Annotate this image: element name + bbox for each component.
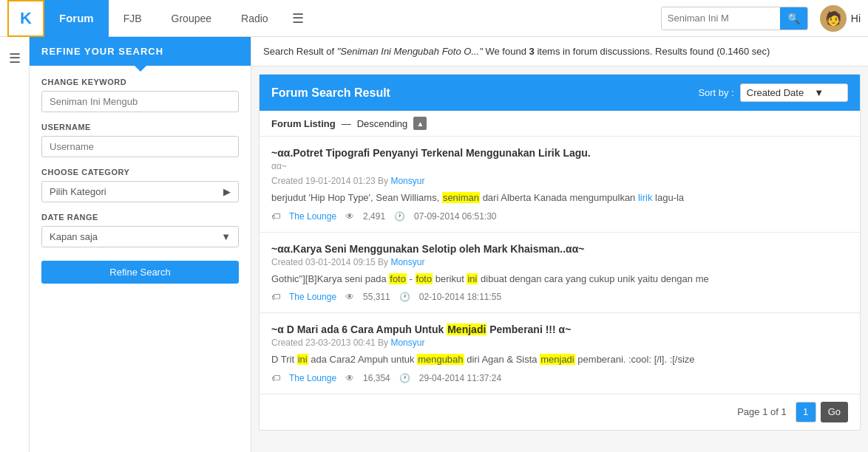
clock-icon: 🕐: [394, 211, 405, 222]
nav-tab-fjb[interactable]: FJB: [109, 0, 157, 37]
keyword-input[interactable]: [41, 91, 239, 112]
listing-label: Forum Listing: [271, 118, 336, 129]
result-author-link[interactable]: Monsyur: [390, 338, 424, 348]
result-created: Created 19-01-2014 01:23 By Monsyur: [271, 176, 848, 186]
result-author-link[interactable]: Monsyur: [390, 257, 424, 267]
result-author-link[interactable]: Monsyur: [390, 176, 424, 186]
search-button[interactable]: 🔍: [780, 7, 807, 30]
username-label: USERNAME: [41, 123, 239, 131]
result-suffix: items in forum discussions. Results foun…: [537, 46, 770, 57]
result-query: "Seniman Ini Mengubah Foto O...": [337, 46, 483, 57]
highlight-ini: ini: [297, 354, 308, 365]
result-created: Created 03-01-2014 09:15 By Monsyur: [271, 257, 848, 267]
result-prefix: Search Result of: [263, 46, 337, 57]
category-select[interactable]: Pilih Kategori ▶: [41, 181, 239, 202]
user-name-label: Hi: [851, 13, 861, 24]
result-tag-link[interactable]: The Lounge: [289, 211, 336, 222]
result-count: 3: [529, 46, 535, 57]
nav-tab-forum[interactable]: Forum: [44, 0, 109, 37]
go-button[interactable]: Go: [821, 402, 848, 422]
result-middle: We found: [485, 46, 529, 57]
listing-header: Forum Listing — Descending ▲: [260, 111, 860, 137]
chevron-down-icon: ▼: [221, 231, 231, 242]
page-info: Page 1 of 1: [737, 406, 787, 417]
sort-chevron-icon: ▼: [814, 87, 824, 98]
highlight-seniman: seniman: [442, 192, 480, 203]
avatar: 🧑: [820, 5, 847, 32]
tag-icon: 🏷: [271, 211, 280, 222]
result-views: 55,311: [363, 292, 390, 302]
logo[interactable]: K: [7, 0, 44, 37]
search-bar: 🔍: [661, 7, 808, 30]
result-date: 07-09-2014 06:51:30: [414, 211, 496, 222]
right-panel: Search Result of "Seniman Ini Mengubah F…: [251, 37, 868, 452]
result-item: ~αα.Karya Seni Menggunakan Selotip oleh …: [260, 233, 860, 314]
result-views: 2,491: [363, 211, 385, 222]
highlight-menjadi2: menjadi: [540, 354, 575, 365]
sort-by-container: Sort by : Created Date ▼: [698, 83, 848, 102]
category-label: CHOOSE CATEGORY: [41, 168, 239, 177]
sort-order-toggle[interactable]: ▲: [413, 117, 427, 130]
listing-order: Descending: [357, 118, 408, 129]
result-meta: 🏷 The Lounge 👁 16,354 🕐 29-04-2014 11:37…: [271, 373, 848, 383]
result-excerpt: Gothic"][B]Karya seni pada foto - foto b…: [271, 272, 848, 287]
result-date: 02-10-2014 18:11:55: [419, 292, 501, 302]
result-title: ~αα.Karya Seni Menggunakan Selotip oleh …: [271, 243, 848, 255]
refine-search-button[interactable]: Refine Search: [41, 261, 239, 284]
clock-icon: 🕐: [399, 292, 410, 302]
main-container: ☰ REFINE YOUR SEARCH CHANGE KEYWORD USER…: [0, 37, 868, 452]
forum-title: Forum Search Result: [271, 86, 390, 100]
result-created: Created 23-03-2013 00:41 By Monsyur: [271, 338, 848, 348]
result-meta: 🏷 The Lounge 👁 2,491 🕐 07-09-2014 06:51:…: [271, 211, 848, 222]
result-subtitle: αα~: [271, 161, 848, 171]
result-excerpt: D Trit ini ada Cara2 Ampuh untuk menguba…: [271, 352, 848, 367]
result-views: 16,354: [363, 373, 390, 383]
date-range-select[interactable]: Kapan saja ▼: [41, 226, 239, 247]
sort-dropdown[interactable]: Created Date ▼: [740, 83, 848, 102]
refine-header[interactable]: REFINE YOUR SEARCH: [30, 37, 251, 66]
result-excerpt: berjudut 'Hip Hop Type', Sean Williams, …: [271, 191, 848, 205]
search-input[interactable]: [662, 13, 780, 24]
highlight-mengubah: mengubah: [417, 354, 464, 365]
result-tag-link[interactable]: The Lounge: [289, 292, 336, 302]
result-meta: 🏷 The Lounge 👁 55,311 🕐 02-10-2014 18:11…: [271, 292, 848, 302]
highlight-menjadi: Menjadi: [447, 323, 486, 335]
menu-icon[interactable]: ☰: [9, 50, 21, 66]
left-panel: REFINE YOUR SEARCH CHANGE KEYWORD USERNA…: [30, 37, 251, 452]
nav-tab-groupee[interactable]: Groupee: [157, 0, 226, 37]
list-icon[interactable]: ☰: [292, 10, 304, 27]
username-input[interactable]: [41, 136, 239, 157]
clock-icon: 🕐: [399, 373, 410, 383]
eye-icon: 👁: [345, 211, 354, 222]
sidebar-toggle[interactable]: ☰: [0, 37, 30, 452]
eye-icon: 👁: [345, 373, 354, 383]
logo-icon: K: [20, 9, 32, 28]
date-range-label: DATE RANGE: [41, 213, 239, 222]
result-item: ~αα.Potret Tipografi Penyanyi Terkenal M…: [260, 137, 860, 233]
sort-label: Sort by :: [698, 87, 733, 98]
tag-icon: 🏷: [271, 292, 280, 302]
top-navigation: K Forum FJB Groupee Radio ☰ 🔍 🧑 Hi: [0, 0, 868, 37]
forum-search-result: Forum Search Result Sort by : Created Da…: [259, 74, 861, 431]
nav-tab-radio[interactable]: Radio: [226, 0, 283, 37]
result-item: ~α D Mari ada 6 Cara Ampuh Untuk Menjadi…: [260, 313, 860, 394]
page-number-button[interactable]: 1: [796, 402, 816, 422]
result-title: ~αα.Potret Tipografi Penyanyi Terkenal M…: [271, 147, 848, 159]
eye-icon: 👁: [345, 292, 354, 302]
forum-header: Forum Search Result Sort by : Created Da…: [260, 75, 860, 111]
keyword-label: CHANGE KEYWORD: [41, 78, 239, 86]
highlight-ini: ini: [467, 273, 478, 284]
left-panel-body: CHANGE KEYWORD USERNAME CHOOSE CATEGORY …: [30, 66, 251, 295]
search-result-bar: Search Result of "Seniman Ini Mengubah F…: [251, 37, 868, 66]
listing-dash: —: [342, 118, 351, 129]
highlight-foto1: foto: [389, 273, 407, 284]
chevron-right-icon: ▶: [223, 186, 231, 197]
highlight-foto2: foto: [416, 273, 433, 284]
highlight-lirik: lirik: [638, 192, 653, 203]
tag-icon: 🏷: [271, 373, 280, 383]
result-date: 29-04-2014 11:37:24: [419, 373, 501, 383]
pagination-bar: Page 1 of 1 1 Go: [260, 394, 860, 430]
result-title: ~α D Mari ada 6 Cara Ampuh Untuk Menjadi…: [271, 323, 848, 335]
result-tag-link[interactable]: The Lounge: [289, 373, 336, 383]
